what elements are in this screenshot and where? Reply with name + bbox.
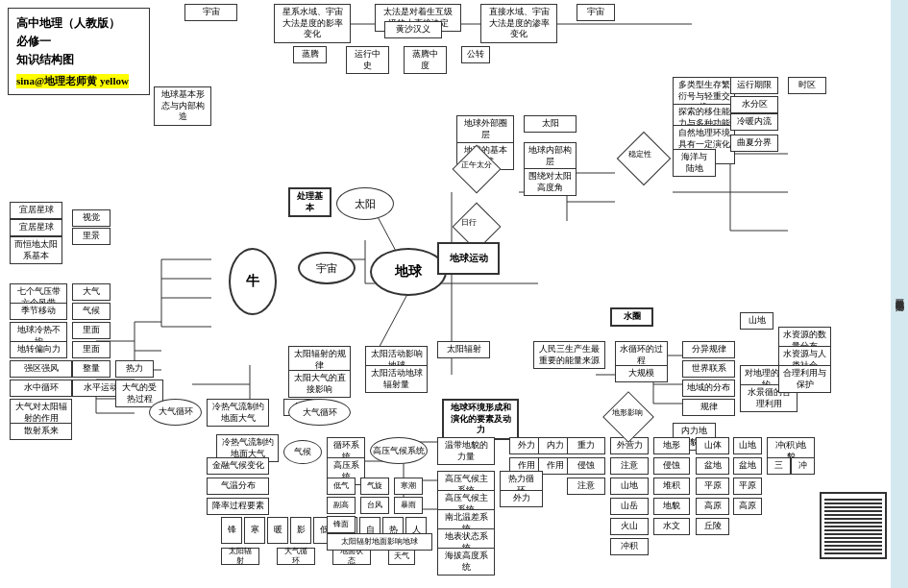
label-daqi: 大气循环 [277, 548, 315, 565]
node-top1: 星系水域、宇宙大法是度的影率变化 [274, 4, 351, 43]
node-jinrong: 金融气候变化 [207, 457, 269, 475]
node-san: 三 [767, 457, 791, 475]
node-jiao: 冲 [791, 457, 815, 475]
page-container: 高中地理（人教版） 必修一 知识结构图 sina@地理老师黄 yellow 宇宙… [0, 0, 908, 588]
node-dizuili: 地转偏向力 [10, 341, 67, 358]
col-qihou2: 气旋 台风 [360, 478, 389, 514]
node-yajie: 里面 [72, 322, 110, 339]
node-rmost-3: 堆积 [653, 478, 690, 495]
q7: 暴雨 [394, 497, 423, 514]
node-rr-4: 高原 [733, 498, 762, 515]
bottom-item-3: 暖 [267, 517, 288, 544]
node-solar-oval: 太阳 [336, 187, 394, 220]
node-wending: 宇宙 [184, 4, 237, 21]
info-box: 高中地理（人教版） 必修一 知识结构图 sina@地理老师黄 yellow [8, 8, 150, 95]
node-far-r-1: 山体 [696, 437, 729, 454]
bottom-item-4: 影 [290, 517, 311, 544]
node-taiyang-fushe2: 太阳活动地球辐射量 [365, 365, 428, 393]
node-bigright-5: 火山 [610, 518, 649, 535]
node-reli: 热力 [115, 360, 154, 378]
node-wenband: 温带地貌的力量 [437, 437, 495, 465]
node-bottom-right-c: 注意 [567, 478, 605, 495]
diamond-1: 正午太分 [459, 152, 494, 186]
node-bigright-6: 冲积 [610, 538, 649, 555]
node-fenyi3: 地域的分布 [682, 380, 735, 397]
node-atm-sub2: 散射系来 [10, 423, 72, 440]
node-rmost-4: 地貌 [653, 498, 690, 515]
node-fenyi2: 世界联系 [682, 360, 735, 378]
node-yingli: 黄沙汉义 [384, 21, 442, 38]
node-yunzhong2: 蒸腾中度 [404, 46, 447, 74]
node-sanjiao: 时区 [788, 77, 826, 94]
node-guijv: 规律 [682, 399, 735, 416]
node-haiyang-ludi: 海洋与陆地 [673, 149, 716, 177]
node-dizhen: 地球基本形态与内部构造 [154, 86, 211, 126]
node-qufens: 曲夏分界 [730, 135, 778, 152]
node-bigright-2: 注意 [610, 457, 649, 475]
node-shuizhong: 水中循环 [10, 380, 72, 397]
node-taiyang-yingxiang: 太阳大气的直接影响 [288, 370, 351, 398]
bottom-gaokong: 太阳辐射地面影响地球 [327, 533, 432, 551]
col-qihou3: 寒潮 暴雨 [394, 478, 423, 514]
col-qihou: 低气 副高 锋面 [327, 478, 356, 533]
node-gongtong: 公转 [461, 46, 490, 63]
node-juhou: 整量 [72, 360, 110, 378]
right-sidebar: 地球运动知识构图 高中地理必修一 [891, 0, 908, 588]
node-taiyang-main: 太阳辐射 [437, 341, 490, 358]
ellipse-daqi-huanliu: 大气循环 [149, 399, 202, 426]
node-rmost-1: 地形 [653, 437, 690, 454]
center-earth: 地球 [370, 248, 447, 296]
q1: 低气 [327, 478, 356, 495]
node-jiwei: 季节移动 [10, 303, 67, 320]
node-lengwarm: 冷暖内流 [730, 113, 778, 131]
node-dizhen-waibu: 围绕对太阳高度角 [524, 168, 577, 196]
node-top4: 宇宙 [577, 4, 615, 21]
q4: 气旋 [360, 478, 389, 495]
qr-code [820, 492, 887, 559]
node-dixing: 而恒地太阳系基本 [10, 236, 62, 264]
qr-image [824, 497, 882, 554]
node-diqiu-huanjing: 地球环境形成和演化的要素及动力 [442, 399, 519, 440]
diamond-2: 日行 [459, 209, 494, 244]
node-zhuanyi: 蒸腾 [293, 46, 327, 63]
node-taiyang-system: 处理基本 [288, 187, 331, 217]
node-earth-motion: 地球运动 [437, 242, 500, 275]
bottom-item-1: 锋 [221, 517, 242, 544]
author-highlight: sina@地理老师黄 yellow [16, 74, 129, 88]
node-bigright-4: 山岳 [610, 498, 649, 515]
node-yuan: 里面 [72, 341, 110, 358]
node-daji-right: 视觉 [72, 209, 110, 227]
node-rmost-5: 水文 [653, 518, 690, 535]
oval-daqi-huanliu2: 大气循环 [288, 399, 351, 426]
node-bottom-right-b: 侵蚀 [567, 457, 605, 475]
node-qiya2: 外力 [500, 490, 543, 507]
node-universe-oval: 宇宙 [298, 252, 356, 284]
node-yinghang: 宜居星球 [10, 202, 62, 219]
diamond-stability: 稳定性 [625, 139, 663, 178]
node-rmost-2: 侵蚀 [653, 457, 690, 475]
node-bottom-mid5: 海拔高度系统 [437, 548, 495, 576]
node-feng-zongliang: 强区强风 [10, 360, 72, 378]
oval-qihou-xitong: 高压气候系统 [370, 437, 428, 464]
node-far-r-2: 盆地 [696, 457, 729, 475]
node-top3: 直接水域、宇宙大法是度的渗率变化 [480, 4, 557, 43]
node-rr-1: 山地 [733, 437, 762, 454]
q2: 副高 [327, 497, 356, 514]
node-shuixunhuan2: 大规模 [615, 365, 668, 382]
node-shuifenqu: 水分区 [730, 96, 778, 113]
node-daqi-huanliu: 大气 [72, 283, 110, 301]
node-jianglv: 降率过程要素 [207, 498, 269, 515]
diamond-diqiu-jiegou: 地形影响 [610, 399, 647, 435]
node-yueqiu: 太阳 [524, 115, 577, 133]
q6: 寒潮 [394, 478, 423, 495]
node-bottom-right-a: 重力 [567, 437, 605, 454]
oval-qihou: 气候 [283, 440, 322, 464]
node-dizhen-neibu: 地球内部构层 [524, 142, 577, 170]
node-qiwen: 气温分布 [207, 478, 269, 495]
node-water-main: 水圈 [610, 307, 653, 327]
node-jieye: 宜居星球 [10, 219, 62, 236]
node-bottom-lengqi: 冷热气流制约地面大气 [207, 399, 269, 427]
q3: 锋面 [327, 516, 356, 533]
node-far-r-5: 丘陵 [696, 518, 729, 535]
node-cow: 牛 [229, 248, 277, 315]
